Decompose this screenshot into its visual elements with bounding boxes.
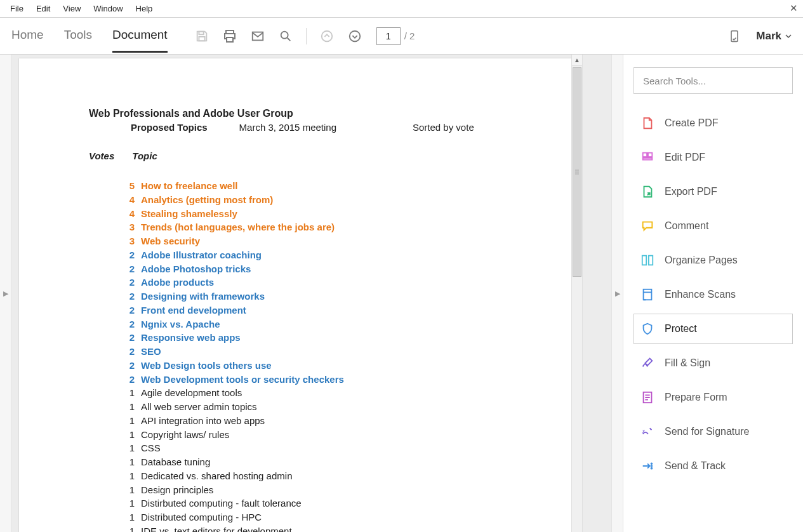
vote-count: 2	[122, 317, 135, 331]
topic-text: Adobe Photoshop tricks	[141, 262, 251, 276]
vote-count: 2	[122, 276, 135, 289]
tool-send-track[interactable]: Send & Track	[634, 451, 793, 481]
topic-text: Front end development	[141, 303, 246, 317]
menu-window[interactable]: Window	[87, 4, 129, 13]
topic-row: 2Web Development tools or security check…	[89, 373, 527, 387]
topic-text: Adobe products	[141, 276, 214, 289]
svg-rect-1	[199, 36, 204, 40]
topic-row: 2Adobe products	[89, 276, 527, 289]
topic-row: 4Stealing shamelessly	[89, 207, 527, 221]
svg-rect-10	[648, 153, 652, 157]
comment-icon	[640, 219, 654, 233]
topic-row: 2Ngnix vs. Apache	[89, 317, 527, 331]
tool-label: Organize Pages	[665, 255, 738, 266]
tool-fill-sign[interactable]: Fill & Sign	[634, 348, 793, 378]
mail-icon[interactable]	[249, 27, 267, 45]
topic-row: 2SEO	[89, 345, 527, 359]
tool-edit-pdf[interactable]: Edit PDF	[634, 142, 793, 173]
svg-point-7	[349, 30, 360, 41]
vote-count: 2	[122, 373, 135, 387]
tool-send-sig[interactable]: xSend for Signature	[634, 416, 793, 447]
topic-text: SEO	[141, 345, 161, 359]
tool-label: Protect	[665, 323, 697, 335]
topic-row: 1Distributed computing - HPC	[89, 510, 527, 524]
search-tools-input[interactable]	[634, 67, 793, 94]
page-total-label: / 2	[404, 30, 415, 41]
menu-help[interactable]: Help	[129, 4, 159, 13]
close-button[interactable]: ✕	[790, 3, 798, 14]
search-icon[interactable]	[277, 27, 295, 45]
vote-count: 1	[122, 510, 135, 524]
tool-comment[interactable]: Comment	[634, 211, 793, 241]
subhead-date: March 3, 2015 meeting	[239, 122, 336, 133]
prepare-form-icon	[640, 390, 654, 404]
topic-text: Web Design tools others use	[141, 359, 272, 373]
tool-enhance[interactable]: Enhance Scans	[634, 279, 793, 310]
vote-count: 2	[122, 359, 135, 373]
edit-pdf-icon	[640, 150, 654, 164]
doc-subheader: Proposed Topics March 3, 2015 meeting So…	[131, 122, 527, 133]
protect-icon	[640, 322, 654, 336]
fill-sign-icon	[640, 356, 654, 370]
tool-create-pdf[interactable]: Create PDF	[634, 108, 793, 138]
vote-count: 1	[122, 455, 135, 469]
menu-view[interactable]: View	[56, 4, 87, 13]
tool-export-pdf[interactable]: Export PDF	[634, 176, 793, 207]
page-number-input[interactable]	[376, 27, 401, 45]
scroll-thumb[interactable]	[573, 67, 581, 277]
pdf-page: Web Professionals and Adobe User Group P…	[19, 58, 571, 532]
tool-label: Enhance Scans	[665, 289, 736, 300]
column-headers: Votes Topic	[89, 150, 527, 161]
topic-text: IDE vs. text editors for development	[141, 524, 292, 532]
tool-protect[interactable]: Protect	[634, 314, 793, 344]
vote-count: 4	[122, 207, 135, 221]
topic-row: 2Adobe Photoshop tricks	[89, 262, 527, 276]
col-topic: Topic	[132, 150, 157, 161]
tab-document[interactable]: Document	[112, 19, 168, 53]
menu-edit[interactable]: Edit	[30, 4, 56, 13]
vote-count: 2	[122, 248, 135, 262]
left-panel-toggle[interactable]: ▶	[0, 55, 11, 532]
vote-count: 1	[122, 469, 135, 483]
topic-text: Analytics (getting most from)	[141, 193, 273, 207]
organize-icon	[640, 253, 654, 267]
vertical-scrollbar[interactable]: ▲	[571, 55, 583, 532]
page-up-icon	[318, 27, 336, 45]
tab-tools[interactable]: Tools	[64, 19, 92, 53]
topic-text: Web Development tools or security checke…	[141, 373, 344, 387]
vote-count: 1	[122, 524, 135, 532]
svg-rect-14	[644, 289, 652, 300]
tool-label: Edit PDF	[665, 152, 705, 163]
topic-text: Dedicated vs. shared hosting admin	[141, 469, 292, 483]
tool-organize[interactable]: Organize Pages	[634, 245, 793, 276]
tool-label: Send for Signature	[665, 426, 749, 437]
chevron-down-icon	[785, 33, 792, 39]
main-area: ▶ Web Professionals and Adobe User Group…	[0, 55, 803, 532]
enhance-icon	[640, 288, 654, 302]
topic-row: 5How to freelance well	[89, 179, 527, 193]
scroll-up-arrow[interactable]: ▲	[572, 55, 582, 66]
vote-count: 4	[122, 193, 135, 207]
topic-text: Database tuning	[141, 455, 210, 469]
topic-row: 2Web Design tools others use	[89, 359, 527, 373]
page-down-icon[interactable]	[346, 27, 364, 45]
svg-rect-13	[649, 256, 653, 265]
user-menu[interactable]: Mark	[728, 30, 792, 43]
svg-rect-0	[199, 31, 203, 34]
menu-file[interactable]: File	[4, 4, 30, 13]
topic-text: Copyright laws/ rules	[141, 428, 229, 442]
tab-home[interactable]: Home	[11, 19, 44, 53]
separator	[306, 28, 307, 44]
vote-count: 1	[122, 400, 135, 414]
topic-text: How to freelance well	[141, 179, 238, 193]
user-name: Mark	[756, 30, 781, 43]
tool-prepare-form[interactable]: Prepare Form	[634, 382, 793, 413]
topic-text: Responsive web apps	[141, 331, 241, 345]
topic-row: 3Trends (hot languages, where the jobs a…	[89, 220, 527, 234]
topic-row: 2Responsive web apps	[89, 331, 527, 345]
vote-count: 1	[122, 496, 135, 510]
topic-text: Stealing shamelessly	[141, 207, 237, 221]
topic-row: 1Database tuning	[89, 455, 527, 469]
print-icon[interactable]	[221, 27, 239, 45]
right-panel-toggle[interactable]: ▶	[611, 55, 623, 532]
